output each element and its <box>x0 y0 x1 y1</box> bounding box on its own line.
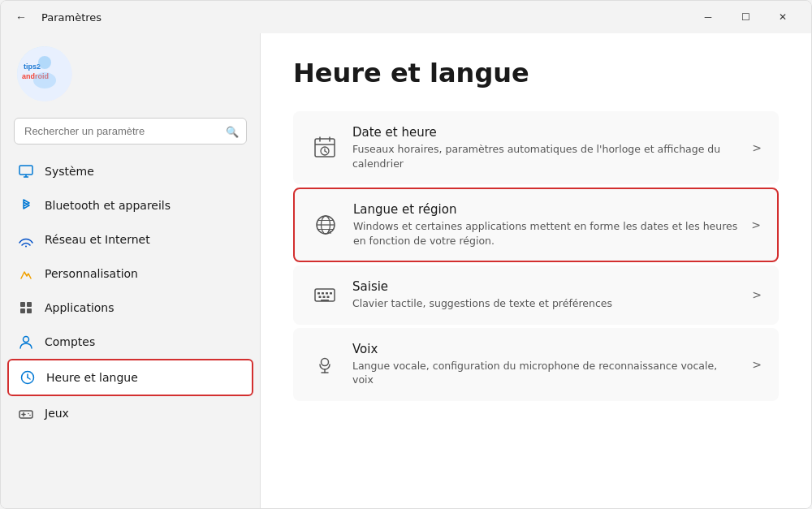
sidebar-label-bluetooth: Bluetooth et appareils <box>45 199 171 212</box>
svg-rect-37 <box>322 292 324 295</box>
avatar[interactable]: tips2 android <box>17 46 72 101</box>
clock-icon <box>310 133 339 162</box>
svg-rect-10 <box>27 302 32 307</box>
svg-rect-36 <box>317 292 320 295</box>
accounts-icon <box>17 333 35 351</box>
svg-rect-41 <box>323 296 326 299</box>
sidebar-item-jeux[interactable]: Jeux <box>7 396 253 430</box>
main-panel: Heure et langue <box>261 33 811 508</box>
settings-item-voix[interactable]: Voix Langue vocale, configuration du mic… <box>293 328 779 401</box>
maximize-button[interactable]: ☐ <box>727 4 764 30</box>
sidebar-label-reseau: Réseau et Internet <box>45 233 150 246</box>
svg-text:A: A <box>327 229 331 235</box>
svg-text:tips2: tips2 <box>24 63 41 71</box>
svg-point-3 <box>38 56 51 69</box>
sidebar-label-personnalisation: Personnalisation <box>45 267 138 280</box>
settings-item-title-date-heure: Date et heure <box>352 125 739 140</box>
main-content: tips2 android 🔍 <box>1 33 811 508</box>
window-controls: ─ ☐ ✕ <box>689 4 801 30</box>
svg-point-8 <box>25 246 27 248</box>
minimize-button[interactable]: ─ <box>689 4 727 30</box>
sidebar-item-heure[interactable]: Heure et langue <box>7 359 253 396</box>
settings-item-saisie[interactable]: Saisie Clavier tactile, suggestions de t… <box>293 265 779 325</box>
settings-item-text-saisie: Saisie Clavier tactile, suggestions de t… <box>352 279 739 311</box>
sidebar-item-systeme[interactable]: Système <box>7 154 253 188</box>
svg-rect-40 <box>319 296 322 299</box>
settings-window: ← Paramètres ─ ☐ ✕ tips2 android <box>0 0 812 509</box>
sidebar-item-personnalisation[interactable]: Personnalisation <box>7 257 253 291</box>
svg-rect-35 <box>315 289 335 301</box>
monitor-icon <box>17 162 35 180</box>
search-input[interactable] <box>14 118 247 145</box>
settings-item-title-saisie: Saisie <box>352 279 739 294</box>
time-icon <box>19 369 37 386</box>
svg-rect-22 <box>315 139 335 157</box>
back-button[interactable]: ← <box>11 7 32 27</box>
svg-point-13 <box>24 337 29 343</box>
window-title: Paramètres <box>41 11 102 24</box>
svg-rect-38 <box>326 292 328 295</box>
settings-item-desc-saisie: Clavier tactile, suggestions de texte et… <box>352 296 739 311</box>
svg-rect-5 <box>19 166 32 175</box>
svg-point-4 <box>33 72 56 88</box>
settings-item-title-voix: Voix <box>352 342 739 356</box>
keyboard-icon <box>310 280 339 309</box>
svg-point-44 <box>322 358 329 365</box>
apps-icon <box>17 299 35 317</box>
svg-line-28 <box>325 151 327 153</box>
personalization-icon <box>17 265 35 283</box>
nav-list: Système Bluetooth et appareils <box>1 151 260 434</box>
svg-line-16 <box>28 377 30 379</box>
sidebar-label-jeux: Jeux <box>45 407 69 420</box>
svg-rect-12 <box>27 308 32 313</box>
chevron-right-icon-voix: > <box>752 358 762 371</box>
settings-item-text-date-heure: Date et heure Fuseaux horaires, paramètr… <box>352 125 739 170</box>
settings-item-text-langue-region: Langue et région Windows et certaines ap… <box>353 202 738 248</box>
settings-item-langue-region[interactable]: A Langue et région Windows et certaines … <box>293 188 779 262</box>
svg-rect-11 <box>20 308 25 313</box>
sidebar-label-comptes: Comptes <box>45 335 95 348</box>
sidebar-item-applications[interactable]: Applications <box>7 291 253 325</box>
bluetooth-icon <box>17 196 35 214</box>
search-box: 🔍 <box>14 118 247 145</box>
settings-item-text-voix: Voix Langue vocale, configuration du mic… <box>352 342 739 387</box>
language-icon: A <box>311 210 340 239</box>
title-bar-left: ← Paramètres <box>11 7 102 27</box>
sidebar-label-applications: Applications <box>45 301 114 314</box>
avatar-section: tips2 android <box>1 33 260 118</box>
avatar-image: tips2 android <box>17 46 72 101</box>
games-icon <box>17 404 35 422</box>
svg-rect-42 <box>327 296 330 299</box>
sidebar-label-systeme: Système <box>45 165 94 178</box>
svg-rect-39 <box>330 292 332 295</box>
page-title: Heure et langue <box>293 58 779 88</box>
svg-rect-43 <box>321 300 329 301</box>
title-bar: ← Paramètres ─ ☐ ✕ <box>1 1 811 33</box>
svg-point-20 <box>28 413 29 415</box>
chevron-right-icon-date-heure: > <box>752 141 762 154</box>
settings-list: Date et heure Fuseaux horaires, paramètr… <box>293 111 779 401</box>
sidebar-item-bluetooth[interactable]: Bluetooth et appareils <box>7 188 253 222</box>
svg-point-21 <box>29 415 31 416</box>
sidebar-label-heure: Heure et langue <box>46 371 138 384</box>
close-button[interactable]: ✕ <box>764 4 801 30</box>
settings-item-desc-langue-region: Windows et certaines applications metten… <box>353 219 738 248</box>
voice-icon <box>310 350 339 379</box>
sidebar: tips2 android 🔍 <box>1 33 261 508</box>
settings-item-date-heure[interactable]: Date et heure Fuseaux horaires, paramètr… <box>293 111 779 184</box>
settings-item-desc-voix: Langue vocale, configuration du micropho… <box>352 359 739 387</box>
svg-rect-9 <box>20 302 25 307</box>
settings-item-desc-date-heure: Fuseaux horaires, paramètres automatique… <box>352 142 739 170</box>
chevron-right-icon-saisie: > <box>752 288 762 301</box>
sidebar-item-comptes[interactable]: Comptes <box>7 325 253 359</box>
chevron-right-icon-langue-region: > <box>751 218 761 231</box>
network-icon <box>17 231 35 248</box>
settings-item-title-langue-region: Langue et région <box>353 202 738 217</box>
sidebar-item-reseau[interactable]: Réseau et Internet <box>7 222 253 257</box>
